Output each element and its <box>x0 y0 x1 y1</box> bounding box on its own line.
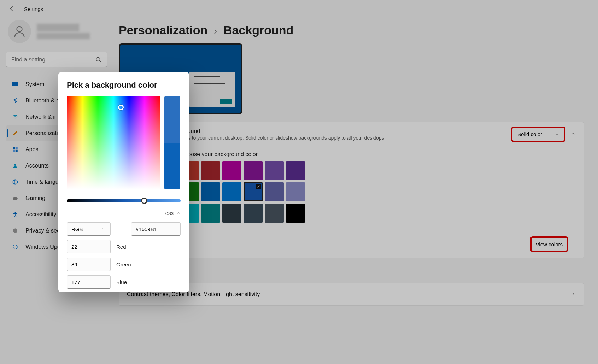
person-icon <box>11 162 19 170</box>
color-mode-dropdown[interactable]: RGB <box>67 222 111 236</box>
color-swatch[interactable] <box>201 161 220 180</box>
apps-icon <box>11 146 19 153</box>
gamepad-icon <box>11 194 19 202</box>
swatch-grid <box>180 161 321 223</box>
svg-rect-2 <box>12 82 18 86</box>
arrow-left-icon <box>8 5 16 12</box>
wifi-icon <box>11 113 19 121</box>
color-swatch[interactable] <box>265 182 284 201</box>
profile-email-blurred <box>37 33 90 39</box>
background-type-dropdown[interactable]: Solid color <box>512 128 564 141</box>
saturation-value-box[interactable] <box>67 96 160 189</box>
account-profile[interactable] <box>6 20 107 43</box>
title-bar: Settings <box>0 0 598 18</box>
preview-window <box>189 72 235 107</box>
green-label: Green <box>116 262 131 268</box>
less-label: Less <box>162 210 174 216</box>
color-picker-dialog: Pick a background color Less RGB #1659B1… <box>58 72 189 292</box>
button-label: View colors <box>536 241 563 247</box>
nav-label: Accessibility <box>25 211 56 218</box>
chevron-up-icon <box>571 131 576 136</box>
search-box[interactable] <box>6 52 107 67</box>
chevron-right-icon: › <box>214 26 217 37</box>
red-input[interactable]: 22 <box>67 240 111 253</box>
color-swatch[interactable] <box>286 182 305 201</box>
color-swatch[interactable] <box>222 182 241 201</box>
svg-rect-5 <box>16 147 18 149</box>
profile-name-blurred <box>37 24 79 31</box>
svg-point-1 <box>96 57 100 61</box>
svg-rect-10 <box>13 197 18 200</box>
dropdown-value: Solid color <box>517 131 542 137</box>
related-subtitle: Contrast themes, Color filters, Motion, … <box>127 291 571 298</box>
search-input[interactable] <box>6 52 107 67</box>
avatar <box>8 20 31 43</box>
blue-label: Blue <box>116 279 127 285</box>
color-swatch[interactable] <box>222 204 241 223</box>
nav-label: Gaming <box>25 195 45 201</box>
green-input[interactable]: 89 <box>67 258 111 271</box>
red-label: Red <box>116 244 126 250</box>
bluetooth-icon <box>11 97 19 105</box>
svg-rect-6 <box>13 150 15 152</box>
svg-rect-4 <box>13 147 15 149</box>
main-content: Personalization › Background Personalize… <box>119 18 598 306</box>
color-swatch[interactable] <box>222 161 241 180</box>
svg-point-8 <box>14 164 16 166</box>
globe-icon <box>11 178 19 186</box>
color-swatch[interactable] <box>201 182 220 201</box>
accessibility-icon <box>11 211 19 218</box>
paintbrush-icon <box>11 129 19 137</box>
app-title: Settings <box>24 6 43 12</box>
chevron-down-icon <box>555 132 559 136</box>
breadcrumb-parent[interactable]: Personalization <box>119 23 207 37</box>
color-swatch[interactable] <box>244 161 263 180</box>
view-colors-button[interactable]: View colors <box>531 237 567 251</box>
color-swatch[interactable] <box>265 204 284 223</box>
svg-point-0 <box>17 27 22 32</box>
color-swatch[interactable] <box>201 204 220 223</box>
chevron-up-icon <box>176 211 181 215</box>
hue-column[interactable] <box>164 96 180 189</box>
chevron-down-icon <box>102 227 106 231</box>
chevron-right-icon <box>571 291 576 298</box>
svg-point-11 <box>15 212 16 213</box>
slider-thumb[interactable] <box>141 198 147 204</box>
breadcrumb: Personalization › Background <box>119 23 584 37</box>
expand-section-button[interactable] <box>571 131 576 137</box>
svg-rect-7 <box>16 150 18 152</box>
nav-label: Accounts <box>25 163 49 169</box>
swatch-title: Choose your background color <box>181 151 576 158</box>
value-slider[interactable] <box>67 199 181 202</box>
shield-icon <box>11 227 19 235</box>
person-icon <box>12 24 27 39</box>
back-button[interactable] <box>8 5 16 12</box>
color-swatch[interactable] <box>286 204 305 223</box>
blue-input[interactable]: 177 <box>67 275 111 289</box>
sv-cursor[interactable] <box>118 105 124 110</box>
color-swatch[interactable] <box>286 161 305 180</box>
nav-label: System <box>25 81 44 88</box>
search-icon <box>95 57 102 63</box>
color-mode-value: RGB <box>71 226 83 232</box>
dialog-title: Pick a background color <box>67 81 181 90</box>
color-swatch[interactable] <box>244 204 263 223</box>
monitor-icon <box>11 81 19 88</box>
breadcrumb-current: Background <box>223 23 293 37</box>
less-toggle[interactable]: Less <box>67 210 181 216</box>
update-icon <box>11 243 19 251</box>
color-swatch[interactable] <box>265 161 284 180</box>
color-swatch[interactable] <box>244 182 263 201</box>
hex-input[interactable]: #1659B1 <box>131 222 181 236</box>
nav-label: Apps <box>25 146 38 153</box>
